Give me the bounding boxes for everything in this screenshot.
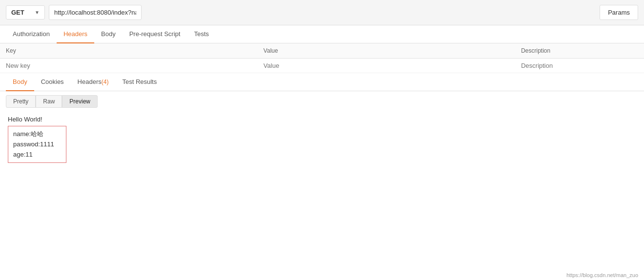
method-selector[interactable]: GET ▼ [6,5,45,20]
data-line-2: passwod:1111 [13,140,61,150]
data-box: name:哈哈 passwod:1111 age:11 [8,126,66,163]
tab-authorization[interactable]: Authorization [6,25,57,43]
resp-tab-test-results[interactable]: Test Results [115,73,164,91]
params-button[interactable]: Params [600,5,638,20]
col-desc-header: Description [515,43,644,59]
col-key-header: Key [0,43,258,59]
col-value-header: Value [258,43,516,59]
data-line-1: name:哈哈 [13,129,61,140]
raw-button[interactable]: Raw [36,95,62,108]
format-buttons: Pretty Raw Preview [0,91,644,112]
data-line-3: age:11 [13,150,61,160]
headers-badge: (4) [102,79,109,85]
tab-body[interactable]: Body [94,25,123,43]
response-tabs: Body Cookies Headers(4) Test Results [0,73,644,91]
tab-headers[interactable]: Headers [57,25,94,43]
method-label: GET [11,9,24,16]
url-input[interactable] [49,5,142,20]
pretty-button[interactable]: Pretty [6,95,36,108]
chevron-down-icon: ▼ [35,10,40,15]
resp-tab-body[interactable]: Body [6,73,34,91]
preview-button[interactable]: Preview [62,95,98,108]
request-tabs: Authorization Headers Body Pre-request S… [0,25,644,43]
hello-world-text: Hello World! [8,116,636,123]
tab-tests[interactable]: Tests [187,25,215,43]
resp-tab-cookies[interactable]: Cookies [34,73,71,91]
tab-prerequest[interactable]: Pre-request Script [123,25,187,43]
top-bar: GET ▼ Params [0,0,644,25]
new-key-input[interactable] [6,62,252,69]
new-desc-input[interactable] [521,62,638,69]
new-value-input[interactable] [264,62,510,69]
headers-section: Key Value Description [0,43,644,73]
headers-table: Key Value Description [0,43,644,73]
resp-tab-headers[interactable]: Headers(4) [71,73,116,91]
url-bar-wrapper [49,5,596,20]
response-section: Body Cookies Headers(4) Test Results Pre… [0,73,644,171]
table-row [0,59,644,73]
response-content: Hello World! name:哈哈 passwod:1111 age:11 [0,112,644,171]
